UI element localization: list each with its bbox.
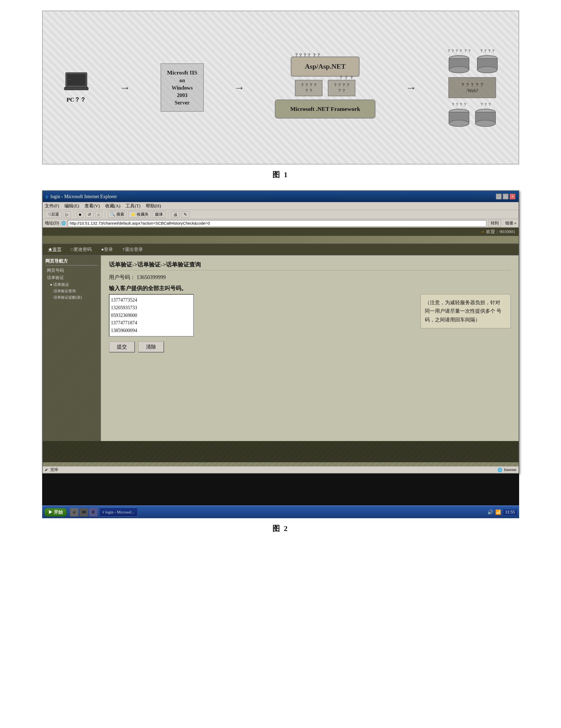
db-cylinder4	[475, 108, 496, 127]
minimize-button[interactable]: _	[496, 194, 502, 199]
user-id-row: 用户号码： 13650399999	[109, 274, 511, 281]
tray-icon-network: 🔊	[487, 509, 493, 515]
q-overlay1: ？？？？ ？？	[294, 53, 321, 58]
q-label1: ？？？？	[300, 82, 317, 88]
q-db4: ？？？	[480, 102, 492, 107]
nav-decoration	[43, 236, 519, 244]
start-button[interactable]: ▶ 开始	[44, 508, 67, 517]
main-content-area: 网页导航方 网页号码 话单验证 ● 话单验证 ·话单验证查询 ·话单验证提醒(新…	[43, 255, 519, 441]
forward-button[interactable]: ▷	[63, 211, 71, 218]
edit-button[interactable]: ✎	[181, 211, 190, 218]
taskbar-browser-item[interactable]: e login - Microsof...	[99, 508, 138, 517]
address-input[interactable]	[68, 220, 486, 226]
menu-favorites[interactable]: 收藏(A)	[105, 203, 121, 209]
q-db1: ？？？？ ？？	[447, 49, 472, 54]
menu-tools[interactable]: 工具(T)	[126, 203, 141, 209]
phone-textarea[interactable]: 13774773524 13205935733 05932369000 1377…	[109, 294, 194, 337]
close-button[interactable]: ✕	[510, 194, 515, 199]
pc-label: PC？？	[67, 96, 86, 104]
query-box2: ？？？？ ？？	[328, 80, 355, 96]
window-controls[interactable]: _ □ ✕	[496, 194, 515, 199]
refresh-button[interactable]: ↺	[85, 211, 94, 218]
query-box1: ？？？？ ？？	[295, 80, 322, 96]
db-top-row: ？？？？ ？？ ？？？？	[447, 49, 498, 73]
content-inner: → 欢迎：9010001 ★首页 □更改密码 ●登录 †退出登录	[43, 228, 519, 462]
taskbar-right: 🔊 📶 11:55	[487, 509, 517, 515]
toolbar-separator1	[74, 212, 74, 217]
q-label2: ？？	[300, 88, 317, 94]
menu-bar: 文件(F) 编辑(E) 查看(V) 收藏(A) 工具(T) 帮助(H)	[43, 202, 519, 210]
web-label: ？？？？？	[455, 82, 489, 88]
server-line2: on	[167, 77, 198, 84]
search-button[interactable]: 🔍 搜索	[108, 211, 127, 218]
db-cylinder2	[477, 55, 498, 73]
taskbar-item-label: login - Microsof...	[105, 510, 134, 515]
figure1-caption: 图 1	[273, 170, 288, 180]
ie-icon: e	[46, 193, 49, 200]
address-icon: 🌐	[61, 221, 66, 225]
desktop-quicklaunch[interactable]: 🖥	[89, 508, 98, 516]
sidebar-item-4[interactable]: ·话单验证查询	[45, 288, 98, 294]
media-button[interactable]: 媒体	[153, 211, 165, 218]
address-label: 地址(D)	[45, 220, 59, 226]
svg-point-15	[475, 120, 496, 127]
browser-title: login - Microsoft Internet Explorer	[50, 194, 117, 199]
sidebar-item-1[interactable]: 网页号码	[45, 267, 98, 274]
top-nav-bar: ★首页 □更改密码 ●登录 †退出登录	[43, 244, 519, 255]
menu-file[interactable]: 文件(F)	[45, 203, 59, 209]
zone-icon: 🌐	[497, 468, 502, 472]
svg-point-12	[449, 120, 469, 127]
server-line5: Server	[167, 99, 198, 106]
welcome-text: 欢迎：9010001	[486, 229, 515, 234]
back-button[interactable]: ◁后退	[45, 211, 62, 218]
titlebar-left: e login - Microsoft Internet Explorer	[46, 193, 117, 200]
go-button[interactable]: 转到	[488, 220, 501, 226]
left-panel: 13774773524 13205935733 05932369000 1377…	[109, 294, 413, 352]
dotnet-box: Microsoft .NET Framework	[275, 99, 375, 119]
arrow2: →	[234, 81, 245, 94]
sidebar-item-3[interactable]: ● 话单验证	[45, 281, 98, 288]
arrow1: →	[120, 81, 130, 94]
submit-button[interactable]: 提交	[109, 341, 135, 352]
toolbar-separator2	[105, 212, 105, 217]
nav-home[interactable]: ★首页	[46, 246, 64, 253]
taskbar: ▶ 开始 e ✉ 🖥 e login - Microsof... 🔊 📶 11:…	[42, 505, 519, 518]
server-line4: 2003	[167, 91, 198, 99]
user-id-value: 13650399999	[137, 274, 166, 280]
favorites-button[interactable]: ⭐ 收藏夹	[128, 211, 151, 218]
print-button[interactable]: 🖨	[171, 211, 180, 217]
web-box: ？？？？？ /Web?	[448, 77, 496, 98]
sidebar-item-5[interactable]: ·话单验证提醒(新)	[45, 294, 98, 301]
ie-quicklaunch[interactable]: e	[70, 508, 78, 516]
figure1-section: ···· PC？？ → Microsft IIS on Windows 2003…	[0, 0, 561, 185]
db-cylinder3	[448, 108, 470, 127]
figure2-section: e login - Microsoft Internet Explorer _ …	[0, 185, 561, 539]
dark-overlay	[42, 474, 519, 505]
web-label2: /Web?	[455, 88, 489, 94]
nav-change-pwd[interactable]: □更改密码	[69, 246, 94, 253]
center-stack: Asp/Asp.NET ？？？？ ？？ ？ ？ ？ ？？？？ ？？ ？？？？ ？…	[275, 56, 375, 119]
q-label3: ？？？？	[333, 82, 350, 88]
sidebar-item-2[interactable]: 话单验证	[45, 274, 98, 281]
svg-text:····: ····	[68, 78, 71, 81]
links-label: 链接 »	[505, 221, 516, 226]
note-box: （注意，为减轻服务器负担，针对 同一用户请尽量一次性提供多个 号码，之间请用回车…	[420, 294, 511, 328]
menu-edit[interactable]: 编辑(E)	[64, 203, 79, 209]
nav-register[interactable]: ●登录	[99, 246, 115, 253]
home-button[interactable]: ⌂	[95, 211, 102, 217]
clear-button[interactable]: 清除	[138, 341, 164, 352]
browser-toolbar: ◁后退 ▷ ■ ↺ ⌂ 🔍 搜索 ⭐ 收藏夹 媒体 🖨 ✎	[43, 210, 519, 219]
server-line1: Microsft IIS	[167, 69, 198, 77]
right-group: ？？？？ ？？ ？？？？	[447, 49, 498, 127]
email-quicklaunch[interactable]: ✉	[80, 508, 88, 516]
iis-server-box: Microsft IIS on Windows 2003 Server	[161, 63, 204, 112]
asp-label: Asp/Asp.NET	[305, 63, 345, 71]
page-title: 话单验证->话单验证->话单验证查询	[109, 261, 511, 271]
nav-logout[interactable]: †退出登录	[120, 246, 145, 253]
zone-text: Internet	[504, 468, 516, 472]
maximize-button[interactable]: □	[503, 194, 508, 199]
menu-view[interactable]: 查看(V)	[85, 203, 100, 209]
stop-button[interactable]: ■	[77, 211, 84, 217]
quick-launch: e ✉ 🖥	[70, 508, 98, 516]
menu-help[interactable]: 帮助(H)	[146, 203, 161, 209]
